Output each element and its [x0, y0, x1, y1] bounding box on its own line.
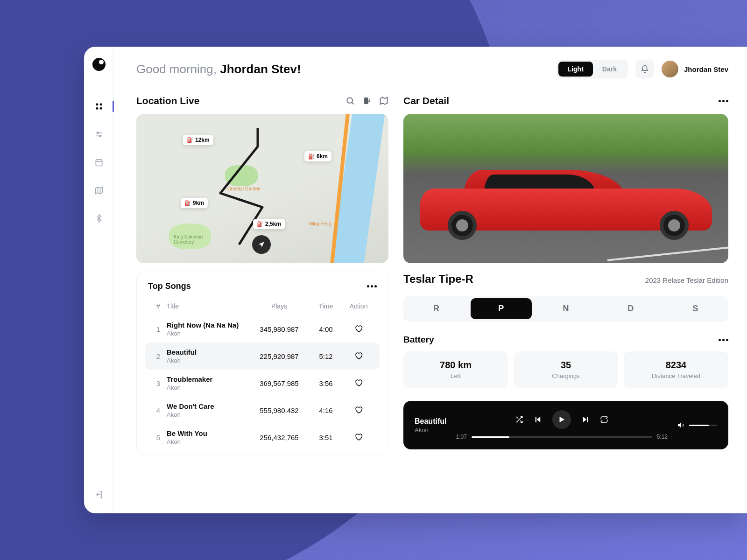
song-row[interactable]: 1 Right Now (Na Na Na) Akon 345,980,987 …: [145, 315, 380, 343]
play-button[interactable]: [552, 410, 571, 429]
song-row[interactable]: 5 Be With You Akon 256,432,765 3:51: [145, 424, 380, 451]
song-plays: 225,920,987: [249, 352, 310, 360]
nav-logout[interactable]: [92, 487, 106, 502]
favorite-button[interactable]: [342, 351, 375, 361]
col-title: Title: [167, 302, 249, 310]
song-time: 5:12: [310, 352, 342, 360]
car-edition: 2023 Relase Teslar Edition: [645, 276, 728, 284]
navigation-arrow-icon: [258, 241, 265, 248]
songs-table: # Title Plays Time Action 1 Right Now (N…: [145, 297, 380, 451]
song-time: 3:56: [310, 379, 342, 387]
col-left: Location Live: [136, 95, 388, 455]
song-row[interactable]: 2 Beautiful Akon 225,920,987 5:12: [145, 343, 380, 370]
gear-s-button[interactable]: S: [665, 298, 726, 319]
nav-bluetooth[interactable]: [92, 211, 106, 226]
next-track-icon[interactable]: [581, 415, 590, 424]
greeting: Good morning, Jhordan Stev!: [136, 62, 301, 77]
charging-station-icon[interactable]: [362, 96, 372, 105]
app-logo-icon[interactable]: [92, 58, 106, 71]
header-right: Light Dark Jhordan Stev: [557, 60, 728, 78]
repeat-icon[interactable]: [600, 415, 608, 424]
songs-body: 1 Right Now (Na Na Na) Akon 345,980,987 …: [145, 315, 380, 451]
notifications-button[interactable]: [635, 60, 654, 78]
progress-bar[interactable]: [472, 436, 652, 438]
search-icon[interactable]: [345, 96, 355, 105]
map-pin[interactable]: 9km: [181, 198, 208, 208]
col-plays: Plays: [249, 302, 310, 310]
volume-bar[interactable]: [689, 425, 717, 426]
svg-point-3: [99, 107, 102, 110]
svg-marker-25: [678, 422, 681, 428]
main: Good morning, Jhordan Stev! Light Dark J…: [114, 47, 747, 513]
theme-dark-button[interactable]: Dark: [593, 62, 626, 77]
volume-icon[interactable]: [677, 421, 685, 429]
svg-point-6: [97, 132, 98, 133]
col-num: #: [150, 302, 167, 310]
theme-light-button[interactable]: Light: [558, 62, 593, 77]
car-name: Teslar Tipe-R: [403, 273, 473, 286]
song-title-cell: We Don't Care Akon: [167, 402, 249, 418]
map-poi-label: Oriental Garden: [227, 186, 261, 191]
nav-map[interactable]: [92, 183, 106, 198]
svg-marker-20: [537, 417, 541, 422]
nav: [92, 99, 106, 487]
song-artist: Akon: [167, 384, 249, 391]
battery-label: Chargings: [518, 372, 613, 379]
col-action: Action: [342, 302, 375, 310]
location-head: Location Live: [136, 95, 388, 106]
heart-icon: [354, 378, 363, 387]
play-icon: [557, 415, 566, 424]
song-time: 3:51: [310, 434, 342, 441]
greeting-prefix: Good morning,: [136, 62, 220, 76]
songs-table-head: # Title Plays Time Action: [145, 297, 380, 315]
car-illustration: [420, 165, 712, 249]
song-title-cell: Be With You Akon: [167, 429, 249, 445]
gear-n-button[interactable]: N: [536, 298, 597, 319]
car-meta: Teslar Tipe-R 2023 Relase Teslar Edition: [403, 273, 728, 286]
map-pin[interactable]: 6km: [304, 151, 331, 161]
nav-settings[interactable]: [92, 127, 106, 142]
player-controls: [515, 410, 608, 429]
gear-p-button[interactable]: P: [471, 298, 532, 319]
song-artist: Akon: [167, 357, 249, 364]
song-title: Troublemaker: [167, 375, 249, 383]
songs-title: Top Songs: [148, 281, 191, 291]
shuffle-icon[interactable]: [515, 415, 523, 424]
car-section-title: Car Detail: [403, 95, 449, 106]
map-pin[interactable]: 12km: [183, 135, 213, 145]
previous-track-icon[interactable]: [534, 415, 542, 424]
user-menu[interactable]: Jhordan Stev: [662, 61, 728, 77]
battery-title: Battery: [403, 335, 434, 345]
song-plays: 555,980,432: [249, 406, 310, 414]
bell-icon: [641, 65, 649, 73]
player-track-artist: Akon: [415, 427, 446, 434]
svg-rect-18: [364, 98, 368, 104]
battery-card: 780 km Left: [403, 351, 508, 388]
map-pin[interactable]: 2,5km: [253, 219, 285, 229]
content: Location Live: [136, 95, 728, 455]
more-button[interactable]: [719, 100, 728, 102]
map[interactable]: Oriental Garden Ming Feng King SolomonCe…: [136, 114, 388, 263]
music-player: Beautiful Akon: [403, 401, 728, 449]
nav-dashboard[interactable]: [92, 99, 106, 114]
song-number: 3: [150, 379, 167, 387]
favorite-button[interactable]: [342, 324, 375, 334]
song-title-cell: Right Now (Na Na Na) Akon: [167, 321, 249, 337]
nav-calendar[interactable]: [92, 155, 106, 170]
gear-d-button[interactable]: D: [600, 298, 661, 319]
song-title: Right Now (Na Na Na): [167, 321, 249, 329]
favorite-button[interactable]: [342, 433, 375, 442]
calendar-icon: [94, 158, 104, 167]
favorite-button[interactable]: [342, 406, 375, 415]
favorite-button[interactable]: [342, 378, 375, 388]
col-time: Time: [310, 302, 342, 310]
map-fold-icon[interactable]: [379, 96, 388, 105]
car-head: Car Detail: [403, 95, 728, 106]
sidebar: [84, 47, 114, 513]
more-button[interactable]: [367, 285, 377, 287]
song-row[interactable]: 4 We Don't Care Akon 555,980,432 4:16: [145, 397, 380, 424]
more-button[interactable]: [719, 339, 728, 341]
song-time: 4:16: [310, 406, 342, 414]
gear-r-button[interactable]: R: [406, 298, 467, 319]
song-row[interactable]: 3 Troublemaker Akon 369,567,985 3:56: [145, 370, 380, 397]
